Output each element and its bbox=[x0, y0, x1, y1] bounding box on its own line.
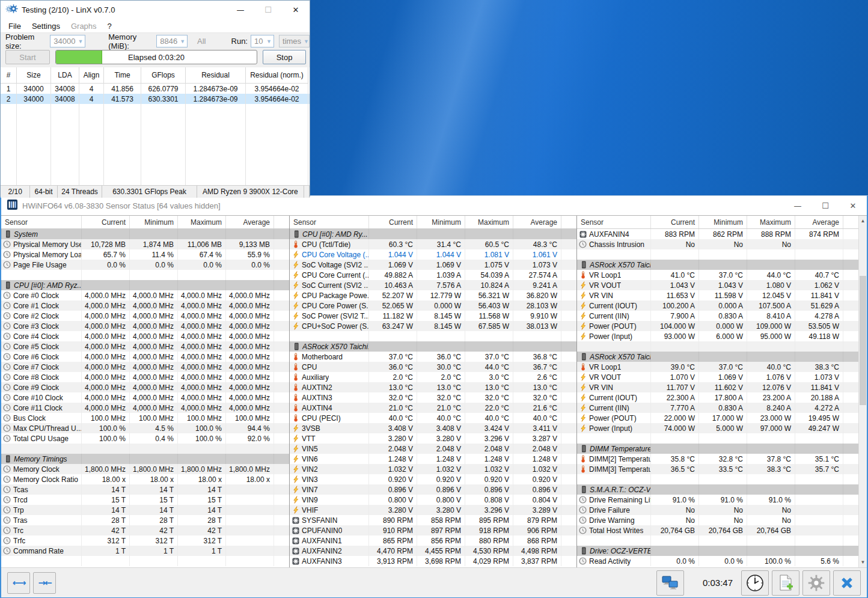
sensor-row[interactable]: VIN90.800 V0.800 V0.808 V0.804 V bbox=[290, 495, 576, 505]
sensor-section-row[interactable]: ASRock X570 Taichi... bbox=[290, 341, 576, 352]
sensor-row[interactable]: CPU Core Voltage (...1.044 V1.044 V1.081… bbox=[290, 249, 576, 260]
sensor-row[interactable]: Command Rate1 T1 T1 T bbox=[1, 546, 289, 556]
sensor-row[interactable]: VIN30.920 V0.920 V0.920 V0.920 V bbox=[290, 474, 576, 484]
sensor-row[interactable]: VR VIN11.653 V11.598 V12.045 V11.841 V bbox=[577, 290, 858, 301]
column-header-current[interactable]: Current bbox=[368, 216, 417, 228]
sensor-row[interactable]: Core #6 Clock4,000.0 MHz4,000.0 MHz4,000… bbox=[1, 352, 289, 362]
sensor-row[interactable]: VIN52.048 V2.048 V2.048 V2.048 V bbox=[290, 444, 576, 454]
close-button[interactable]: ✕ bbox=[282, 1, 310, 19]
column-header-current[interactable]: Current bbox=[81, 216, 129, 228]
sensor-row[interactable]: Memory Clock Ratio18.00 x18.00 x18.00 x1… bbox=[1, 474, 289, 484]
column-header-sensor[interactable]: Sensor bbox=[290, 216, 368, 228]
column-header-average[interactable]: Average bbox=[513, 216, 561, 228]
sensor-row[interactable]: Bus Clock100.0 MHz100.0 MHz100.0 MHz100.… bbox=[1, 413, 289, 423]
sensor-row[interactable]: AUXTIN332.0 °C32.0 °C32.0 °C32.0 °C bbox=[290, 392, 576, 403]
sensor-row[interactable]: VIN70.896 V0.896 V0.896 V0.896 V bbox=[290, 484, 576, 495]
column-header-average[interactable]: Average bbox=[225, 216, 274, 228]
start-button[interactable]: Start bbox=[5, 50, 50, 64]
sensor-row[interactable]: Read Activity0.0 %0.0 %100.0 %5.6 % bbox=[577, 556, 858, 566]
sensor-section-row[interactable]: CPU [#0]: AMD Ryz... bbox=[1, 280, 289, 290]
column-header[interactable]: LDA bbox=[51, 67, 79, 84]
sensor-row[interactable]: Trc42 T42 T42 T bbox=[1, 525, 289, 535]
sensor-row[interactable]: VIN21.032 V1.032 V1.032 V1.032 V bbox=[290, 464, 576, 474]
scroll-down-arrow-icon[interactable]: ▼ bbox=[859, 557, 867, 567]
sensor-row[interactable]: Physical Memory Used10,728 MB1,874 MB11,… bbox=[1, 239, 289, 249]
sensor-row[interactable]: AUXFANIN1865 RPM856 RPM880 RPM868 RPM bbox=[290, 535, 576, 546]
column-header-sensor[interactable]: Sensor bbox=[1, 216, 81, 228]
column-header-minimum[interactable]: Minimum bbox=[698, 216, 747, 228]
sensor-row[interactable]: Current (IOUT)100.200 A0.000 A107.500 A5… bbox=[577, 301, 858, 311]
problem-size-combobox[interactable]: 34000 ▼ bbox=[50, 35, 85, 47]
sensor-row[interactable]: VR VIN11.707 V11.602 V12.076 V11.841 V bbox=[577, 382, 858, 392]
remote-monitoring-button[interactable] bbox=[656, 570, 684, 596]
close-button[interactable]: ✕ bbox=[839, 196, 867, 215]
sensor-row[interactable]: VHIF3.280 V3.280 V3.296 V3.289 V bbox=[290, 505, 576, 515]
column-header-maximum[interactable]: Maximum bbox=[747, 216, 795, 228]
sensor-row[interactable]: Total CPU Usage100.0 %0.4 %100.0 %92.0 % bbox=[1, 433, 289, 444]
sensor-row[interactable]: Memory Clock1,800.0 MHz1,800.0 MHz1,800.… bbox=[1, 464, 289, 474]
minimize-button[interactable]: — bbox=[784, 196, 811, 215]
vertical-scrollbar[interactable]: ▲ ▼ bbox=[858, 216, 867, 567]
column-header-minimum[interactable]: Minimum bbox=[417, 216, 465, 228]
sensor-section-row[interactable]: S.M.A.R.T.: OCZ-VE... bbox=[577, 484, 858, 495]
sensor-row[interactable]: Core #1 Clock4,000.0 MHz4,000.0 MHz4,000… bbox=[1, 301, 289, 311]
sensor-section-row[interactable]: ASRock X570 Taichi ... bbox=[577, 352, 858, 362]
table-row[interactable]: 13400034008441.856626.07791.284673e-093.… bbox=[1, 84, 310, 94]
column-header[interactable]: Align bbox=[79, 67, 104, 84]
sensor-row[interactable]: Trfc312 T312 T312 T bbox=[1, 535, 289, 546]
sensor-row[interactable]: Tcas14 T14 T14 T bbox=[1, 484, 289, 495]
collapse-columns-button[interactable]: →← bbox=[33, 572, 56, 594]
sensor-row[interactable]: AUXFANIN33,913 RPM3,698 RPM4,029 RPM3,83… bbox=[290, 556, 576, 566]
sensor-row[interactable]: CPUFANIN0910 RPM897 RPM918 RPM906 RPM bbox=[290, 525, 576, 535]
sensor-row[interactable]: Auxiliary2.0 °C2.0 °C3.0 °C2.6 °C bbox=[290, 372, 576, 382]
sensor-row[interactable]: Core #5 Clock4,000.0 MHz4,000.0 MHz4,000… bbox=[1, 341, 289, 352]
sensor-row[interactable]: Core #10 Clock4,000.0 MHz4,000.0 MHz4,00… bbox=[1, 392, 289, 403]
sensor-row[interactable]: VR Loop139.0 °C37.0 °C40.0 °C38.3 °C bbox=[577, 362, 858, 372]
clock-button[interactable] bbox=[741, 570, 769, 596]
sensor-row[interactable]: AUXFANIN4883 RPM862 RPM888 RPM874 RPM bbox=[577, 229, 858, 239]
sensor-row[interactable]: Current (IIN)7.770 A0.830 A8.240 A4.272 … bbox=[577, 403, 858, 413]
sensor-section-row[interactable]: DIMM Temperature ... bbox=[577, 444, 858, 454]
sensor-row[interactable]: Core #9 Clock4,000.0 MHz4,000.0 MHz4,000… bbox=[1, 382, 289, 392]
sensor-row[interactable]: AUXFANIN24,470 RPM4,455 RPM4,530 RPM4,49… bbox=[290, 546, 576, 556]
column-header[interactable]: # bbox=[1, 67, 17, 84]
sensor-row[interactable]: 3VSB3.408 V3.408 V3.424 V3.411 V bbox=[290, 423, 576, 433]
sensor-row[interactable]: Core #2 Clock4,000.0 MHz4,000.0 MHz4,000… bbox=[1, 311, 289, 321]
sensor-row[interactable]: VTT3.280 V3.280 V3.296 V3.287 V bbox=[290, 433, 576, 444]
sensor-section-row[interactable]: ASRock X570 Taichi ... bbox=[577, 260, 858, 270]
sensor-row[interactable]: Core #11 Clock4,000.0 MHz4,000.0 MHz4,00… bbox=[1, 403, 289, 413]
sensor-row[interactable]: SoC Power (SVI2 T...11.182 W8.145 W11.56… bbox=[290, 311, 576, 321]
scroll-up-arrow-icon[interactable]: ▲ bbox=[859, 216, 867, 226]
stop-button[interactable]: Stop bbox=[263, 50, 306, 64]
menu-item-graphs[interactable]: Graphs bbox=[66, 22, 102, 31]
sensor-section-row[interactable]: Memory Timings bbox=[1, 454, 289, 464]
scrollbar-thumb[interactable] bbox=[860, 276, 866, 405]
sensor-row[interactable]: CPU Package Powe...52.207 W12.779 W56.32… bbox=[290, 290, 576, 301]
sensor-row[interactable]: SoC Voltage (SVI2 ...1.069 V1.069 V1.075… bbox=[290, 260, 576, 270]
expand-columns-button[interactable]: ←→ bbox=[7, 572, 30, 594]
sensor-row[interactable]: CPU Core Current (...49.882 A1.039 A54.0… bbox=[290, 270, 576, 280]
column-header-maximum[interactable]: Maximum bbox=[177, 216, 225, 228]
column-header[interactable]: Residual bbox=[186, 67, 246, 84]
minimize-button[interactable]: — bbox=[227, 1, 254, 19]
sensor-row[interactable]: Core #4 Clock4,000.0 MHz4,000.0 MHz4,000… bbox=[1, 331, 289, 341]
sensor-row[interactable]: Trcd15 T15 T15 T bbox=[1, 495, 289, 505]
column-header-minimum[interactable]: Minimum bbox=[129, 216, 177, 228]
sensor-section-row[interactable]: Drive: OCZ-VERTEX... bbox=[577, 546, 858, 556]
menu-item-file[interactable]: File bbox=[3, 22, 26, 31]
settings-gear-button[interactable] bbox=[802, 570, 830, 596]
menu-item-settings[interactable]: Settings bbox=[26, 22, 66, 31]
table-row[interactable]: 23400034008441.573630.33011.284673e-093.… bbox=[1, 94, 310, 104]
run-combobox[interactable]: 10 ▼ bbox=[251, 35, 274, 47]
sensor-row[interactable]: Power (POUT)22.000 W17.000 W23.000 W19.4… bbox=[577, 413, 858, 423]
sensor-row[interactable]: Motherboard37.0 °C36.0 °C37.0 °C36.8 °C bbox=[290, 352, 576, 362]
maximize-button[interactable]: ☐ bbox=[254, 1, 282, 19]
sensor-row[interactable]: CPU Core Power (S...52.065 W0.000 W56.40… bbox=[290, 301, 576, 311]
sensor-row[interactable]: AUXTIN421.0 °C21.0 °C22.0 °C21.6 °C bbox=[290, 403, 576, 413]
sensor-row[interactable]: Physical Memory Load65.7 %11.4 %67.4 %55… bbox=[1, 249, 289, 260]
sensor-section-row[interactable]: CPU [#0]: AMD Ry... bbox=[290, 229, 576, 239]
sensor-row[interactable]: Core #0 Clock4,000.0 MHz4,000.0 MHz4,000… bbox=[1, 290, 289, 301]
maximize-button[interactable]: ☐ bbox=[811, 196, 839, 215]
column-header[interactable]: Residual (norm.) bbox=[246, 67, 308, 84]
sensor-row[interactable]: Core #8 Clock4,000.0 MHz4,000.0 MHz4,000… bbox=[1, 372, 289, 382]
